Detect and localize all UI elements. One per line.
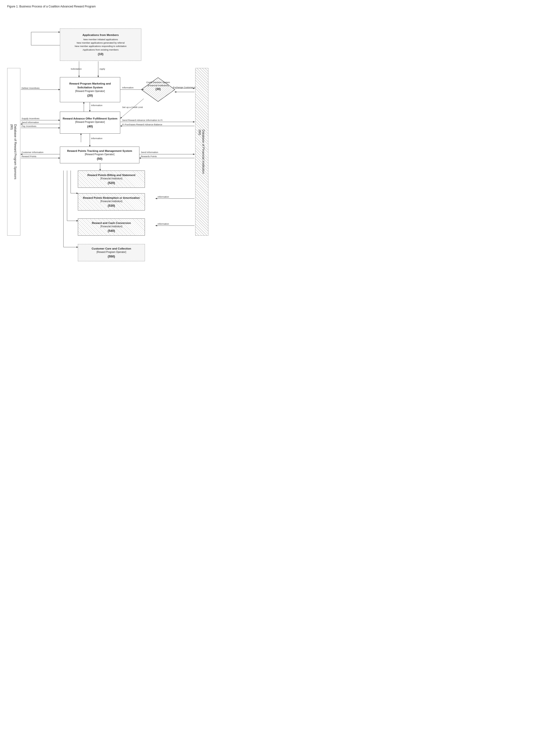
- box-fulfillment: Reward Advance Offer Fulfillment System …: [60, 112, 120, 133]
- label-supply-incentives: Supply Incentives: [21, 117, 39, 120]
- label-info-right-530: Information: [158, 195, 169, 198]
- label-send-info-right: Send Information: [141, 151, 158, 154]
- box-applications-line1: New member initiated applications New me…: [75, 38, 127, 52]
- box-marketing-sub: [Reward Program Operator]: [75, 90, 105, 93]
- label-information-mkt-credit: Information: [122, 86, 134, 89]
- left-label-text: Database of Reward Program Sponsors: [14, 124, 17, 180]
- label-send-reward-advance: Send Reward Advance Information to FI: [122, 119, 162, 121]
- label-information-fulfill-track: Information: [91, 137, 102, 140]
- credit-title: Credit Decision System[Financial Institu…: [146, 81, 170, 91]
- diagram-container: Solicitation Apply Information Informati…: [7, 15, 208, 274]
- box-tracking-num: (50): [97, 157, 102, 161]
- box-care-sub: [Reward Program Operator]: [97, 251, 126, 254]
- side-label-right: Database of Financial Institution (60): [195, 68, 208, 236]
- label-set-up-credit: Set up a Credit Limit: [122, 106, 143, 108]
- box-marketing: Reward Program Marketing andSolicitation…: [60, 77, 120, 102]
- box-billing-sub: [Financial Institution]: [100, 177, 122, 180]
- box-tracking-title: Reward Points Tracking and Management Sy…: [67, 149, 132, 153]
- box-care-title: Customer Care and Collection: [92, 247, 131, 251]
- box-care-num: (550): [108, 254, 115, 259]
- box-fulfillment-num: (40): [87, 124, 93, 128]
- label-information-mkt-fulfill: Information: [91, 104, 102, 107]
- box-tracking: Reward Points Tracking and Management Sy…: [60, 147, 139, 163]
- box-conversion-sub: [Financial Institution]: [100, 225, 122, 228]
- right-label-text: Database of Financial Institution: [202, 130, 205, 174]
- box-applications: Applications from Members New member ini…: [60, 28, 141, 61]
- label-send-information-left: Send Information: [21, 121, 39, 123]
- label-solicitation: Solicitation: [71, 68, 82, 70]
- box-redemption-num: (530): [108, 203, 115, 208]
- label-reward-points: Reward Points: [21, 155, 36, 158]
- box-redemption-title: Reward Points Redemption or Amortization: [83, 196, 139, 200]
- label-customer-info: Customer Information: [21, 151, 43, 154]
- figure-title: Figure 1: Business Process of a Coalitio…: [7, 5, 208, 8]
- box-applications-num: (10): [98, 52, 103, 56]
- box-redemption-sub: [Financial Institution]: [100, 200, 122, 203]
- box-conversion-title: Reward and Cash Conversion: [92, 221, 131, 225]
- label-info-right-540: Information: [158, 222, 169, 225]
- diamond-credit: Credit Decision System[Financial Institu…: [140, 76, 176, 103]
- box-billing-title: Reward Points Billing and Statement: [87, 173, 135, 177]
- left-label-num: (80): [10, 124, 14, 130]
- right-label-num: (60): [198, 130, 202, 135]
- box-billing: Reward Points Billing and Statement [Fin…: [78, 171, 145, 188]
- label-pay-incentives: Pay Incentives: [21, 125, 36, 127]
- box-billing-num: (520): [108, 181, 115, 185]
- label-fi-purchases: FI Purchases Reward Advance Balance: [122, 123, 162, 126]
- side-label-left: Database of Reward Program Sponsors (80): [7, 68, 20, 236]
- box-care: Customer Care and Collection [Reward Pro…: [78, 244, 145, 261]
- box-conversion: Reward and Cash Conversion [Financial In…: [78, 218, 145, 236]
- box-conversion-num: (540): [108, 229, 115, 233]
- box-fulfillment-title: Reward Advance Offer Fulfillment System: [63, 117, 117, 120]
- label-apply: Apply: [99, 68, 105, 70]
- box-marketing-num: (20): [87, 93, 93, 98]
- box-applications-title: Applications from Members: [82, 33, 118, 37]
- box-fulfillment-sub: [Reward Program Operator]: [75, 120, 105, 124]
- box-marketing-title: Reward Program Marketing andSolicitation…: [69, 82, 111, 89]
- label-deliver-incentives: Deliver Incentives: [21, 87, 39, 89]
- box-tracking-sub: [Reward Program Operator]: [85, 153, 114, 156]
- label-rewards-points: Rewards Points: [141, 155, 157, 158]
- box-redemption: Reward Points Redemption or Amortization…: [78, 193, 145, 210]
